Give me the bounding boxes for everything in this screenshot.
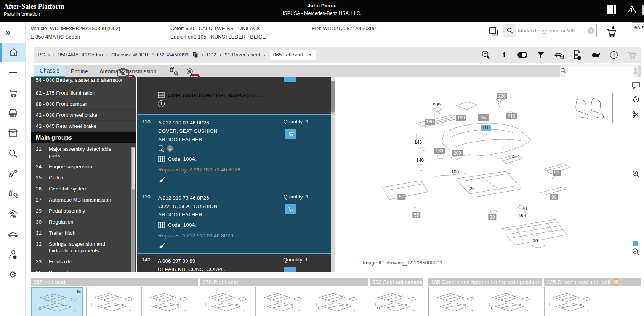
topbar-edge-control[interactable] [642, 5, 644, 15]
main-group-item[interactable]: 21Major assembly detachable parts [31, 143, 136, 161]
history-icon[interactable] [631, 94, 641, 104]
diagram-position-label[interactable]: 80 [550, 194, 558, 200]
main-group-item[interactable]: 33Front axle [31, 256, 136, 267]
part-row[interactable]: 110 A 212 910 73 46 8P26 COVER, SEAT CUS… [137, 190, 335, 254]
sidebar-item-cart[interactable] [0, 83, 26, 102]
zoom-out-icon[interactable] [631, 247, 641, 257]
vehicle-document-icon[interactable] [554, 50, 564, 60]
sidebar-item-paint[interactable] [0, 184, 26, 203]
sidebar-item-repair[interactable] [0, 205, 26, 224]
diagram-position-label[interactable]: 70 [522, 206, 527, 211]
diagram-position-label[interactable]: 140 [416, 158, 424, 163]
breadcrumb-item[interactable]: PC [38, 52, 45, 58]
sidebar-item-archive[interactable] [0, 124, 26, 143]
zoom-in-tool-icon[interactable] [481, 50, 491, 60]
diagram-position-label[interactable]: 30 [488, 214, 496, 220]
breadcrumb-item[interactable]: Chassis: WDDHF8HB2BA450399 [111, 52, 189, 58]
pinned-group-item[interactable]: 54 - 030 Battery, starter and alternator [31, 77, 136, 87]
basket-button[interactable] [605, 24, 618, 39]
drawing-thumbnail[interactable] [86, 287, 138, 316]
document-alert-icon[interactable]: ! [572, 50, 582, 60]
diagram-position-label[interactable]: 100 [451, 169, 459, 174]
diagram-position-label[interactable]: 10 [533, 238, 538, 243]
part-row-partial[interactable]: Code: (000A/100A/200A+(953/954)/700... i [137, 77, 335, 114]
drawing-thumbnail[interactable] [311, 287, 362, 316]
info-circle-icon[interactable]: i [158, 100, 165, 107]
diagram-position-label[interactable]: 160 [478, 114, 489, 121]
clear-search-icon[interactable]: ✕ [588, 27, 594, 34]
subgroup-selector[interactable]: 065 Left seat ▼ [270, 50, 316, 60]
diagram-position-label[interactable]: 901 [519, 213, 527, 218]
sidebar-item-add[interactable] [0, 63, 26, 82]
sidebar-item-fasteners[interactable] [0, 164, 26, 183]
drawing-thumbnail[interactable] [370, 287, 421, 316]
pinned-group-item[interactable]: 42 - 045 Rear wheel brake [31, 121, 136, 132]
warning-icon[interactable] [626, 5, 637, 14]
diagram-position-label[interactable]: 210 [506, 113, 517, 119]
main-group-item[interactable]: 31Trailer hitch [31, 227, 136, 239]
replaces-note[interactable]: Replaces: A 212 910 03 46 8P26 [158, 231, 233, 240]
pinned-group-item[interactable]: 88 - 030 Front bumper [31, 98, 136, 110]
drawing-thumbnail[interactable] [544, 287, 596, 316]
breadcrumb-item[interactable]: E 350 4MATIC Sedan [53, 52, 103, 58]
language-select[interactable]: en▼ [632, 22, 644, 32]
search-icon[interactable] [503, 24, 516, 37]
camera-search-icon[interactable]: NEW [117, 66, 130, 78]
info-tool-icon[interactable]: i [499, 50, 509, 60]
seat-reference-thumbnail[interactable] [570, 93, 613, 123]
main-group-item[interactable]: 29Pedal assembly [31, 205, 136, 216]
info-circle-icon[interactable]: i [609, 50, 619, 60]
main-group-item[interactable]: 32Springs, suspension and hydraulic comp… [31, 239, 136, 256]
vin-search-input[interactable] [516, 28, 588, 34]
apps-grid-icon[interactable] [607, 5, 616, 14]
sidebar-item-print[interactable] [0, 103, 26, 123]
drawing-thumbnail[interactable] [484, 287, 535, 316]
pinned-group-item[interactable]: 82 - 175 Front illumination [31, 87, 136, 98]
sidebar-item-search[interactable] [0, 144, 26, 163]
toggle-icon[interactable] [517, 50, 527, 60]
diagram-position-label[interactable]: 105 [508, 154, 516, 159]
target-new-icon[interactable]: NEW [186, 65, 194, 77]
diagram-position-label[interactable]: 50 [397, 194, 405, 200]
sidebar-item-vehicle[interactable] [0, 225, 26, 244]
brush-icon[interactable] [158, 242, 166, 249]
diagram-position-label[interactable]: 180 [425, 119, 435, 125]
groups-scrollbar[interactable] [131, 147, 135, 272]
filter-icon[interactable] [536, 50, 546, 60]
main-group-item[interactable]: 27Automatic MB transmission [31, 194, 136, 205]
drawing-thumbnail[interactable] [141, 287, 193, 316]
part-row[interactable]: 140 A 006 997 39 89 REPAIR KIT, CONC. CO… [137, 254, 335, 272]
drawing-thumbnail[interactable] [31, 287, 83, 316]
breadcrumb-item[interactable]: 91 Driver's seat [224, 52, 260, 58]
diagram-position-label[interactable]: 200 [452, 150, 463, 156]
diagram-position-label[interactable]: 20 [469, 186, 474, 192]
add-to-cart-button[interactable] [285, 129, 296, 139]
sidebar-expand-button[interactable]: » [5, 26, 10, 38]
tab-engine[interactable]: Engine [65, 65, 94, 77]
drawing-thumbnail[interactable] [200, 287, 252, 316]
main-group-item[interactable]: 30Regulation [31, 216, 136, 227]
diagram-position-label[interactable]: 190 [456, 115, 466, 121]
breadcrumb-item[interactable]: D02 [207, 52, 216, 58]
diagram-position-label[interactable]: 55 [412, 212, 420, 218]
copy-compare-icon[interactable] [487, 25, 500, 40]
diagram-position-label[interactable]: 90 [553, 170, 561, 176]
drawing-thumbnail[interactable] [428, 287, 480, 316]
drawing-thumbnail[interactable] [255, 287, 307, 316]
sidebar-item-settings[interactable]: ⚙ [0, 265, 26, 284]
pinned-group-item[interactable]: 42 - 030 Front wheel brake [31, 110, 136, 121]
sidebar-item-account[interactable]: i [0, 245, 26, 264]
oil-icon[interactable] [591, 50, 601, 60]
part-row[interactable]: 110 A 212 910 03 46 8P26 COVER, SEAT CUS… [137, 114, 335, 190]
diagram-position-label[interactable]: 220 [497, 93, 507, 99]
diagram-position-label[interactable]: 145 [414, 140, 422, 145]
main-group-item[interactable]: 25Clutch [31, 172, 136, 183]
cart-disabled-icon[interactable] [627, 50, 637, 60]
sidebar-item-home[interactable] [0, 43, 26, 62]
parts-search-input[interactable] [566, 66, 634, 77]
paint-code-icon[interactable] [169, 65, 179, 77]
copy-icon[interactable] [192, 52, 199, 58]
parts-scrollbar[interactable] [331, 77, 335, 272]
clear-search-icon[interactable]: ✕ [634, 68, 637, 74]
add-to-cart-button[interactable] [284, 77, 296, 82]
